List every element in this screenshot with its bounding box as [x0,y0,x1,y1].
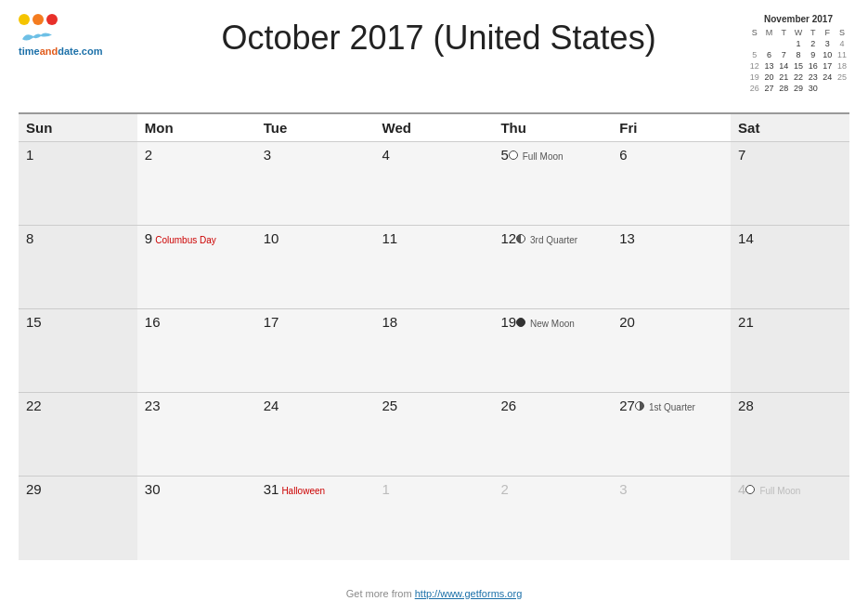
day-number: 13 [619,230,635,246]
moon-icon [516,234,525,243]
moon-icon [745,485,755,494]
moon-label: New Moon [530,319,575,329]
moon-label: Full Moon [759,486,800,496]
mini-cal-header: T [776,27,791,38]
calendar-cell: 2 [493,477,612,560]
calendar-cell: 9Columbus Day [137,226,256,309]
mini-cal-cell: 22 [791,72,806,83]
calendar-cell: 18 [375,309,494,393]
day-number: 2 [145,147,152,163]
mini-cal-cell: 5 [747,49,762,60]
calendar-cell: 14 [731,226,849,309]
mini-cal-header: W [791,27,806,38]
calendar-cell: 10 [256,226,375,309]
main-calendar: SunMonTueWedThuFriSat 12345Full Moon6789… [19,112,849,560]
mini-cal-cell: 19 [747,72,762,83]
mini-cal-title: November 2017 [747,14,849,24]
mini-cal-cell: 17 [821,60,836,72]
calendar-cell: 16 [137,309,256,393]
mini-cal-cell: 13 [762,60,777,72]
moon-icon [516,318,525,327]
logo-dots [19,14,58,25]
mini-cal-cell: 15 [791,60,806,72]
calendar-cell: 6 [612,142,731,226]
mini-cal-cell: 11 [835,49,849,60]
calendar-cell: 20 [612,309,731,393]
mini-cal-cell [747,38,762,49]
calendar-cell: 23 [137,393,256,477]
day-number: 7 [738,147,745,163]
calendar-cell: 22 [19,393,137,477]
calendar-cell: 7 [731,142,849,226]
day-number: 10 [264,230,279,246]
cal-col-header: Sat [731,113,849,142]
holiday-label: Halloween [281,486,325,496]
calendar-cell: 29 [19,477,137,560]
day-number: 23 [145,398,161,413]
day-number: 15 [26,314,42,330]
day-number: 25 [382,398,398,413]
mini-cal-cell [776,38,791,49]
logo-bird-icon [19,29,56,44]
day-number: 16 [145,314,161,330]
day-number: 4 [382,147,390,163]
holiday-label: Columbus Day [155,235,216,245]
mini-cal-grid: SMTWTFS 12345678910111213141516171819202… [747,27,849,94]
calendar-cell: 19New Moon [493,309,612,393]
mini-cal-cell: 28 [776,83,791,94]
cal-col-header: Wed [375,113,494,142]
day-number: 3 [619,481,627,497]
logo: timeanddate.com [19,14,130,57]
footer-text: Get more from [346,588,415,599]
day-number: 14 [738,230,754,246]
mini-cal-cell [835,83,849,94]
day-number: 12 [500,230,516,246]
day-number: 4 [738,481,745,497]
mini-cal-cell: 23 [806,72,821,83]
calendar-cell: 15 [19,309,137,393]
mini-cal-cell: 16 [806,60,821,72]
calendar-cell: 3 [612,477,731,560]
mini-cal-cell: 12 [747,60,762,72]
cal-col-header: Fri [612,113,731,142]
day-number: 8 [26,230,33,246]
day-number: 17 [264,314,279,330]
mini-cal-cell: 30 [806,83,821,94]
calendar-cell: 271st Quarter [612,393,731,477]
mini-cal-cell: 14 [776,60,791,72]
day-number: 3 [264,147,271,163]
calendar-cell: 28 [731,393,849,477]
day-number: 11 [382,230,398,246]
day-number: 5 [500,147,508,163]
footer-link[interactable]: http://www.getforms.org [415,588,523,599]
mini-cal-header: F [821,27,836,38]
calendar-cell: 13 [612,226,731,309]
day-number: 26 [500,398,516,413]
day-number: 2 [500,481,508,497]
day-number: 20 [619,314,635,330]
day-number: 28 [738,398,754,413]
mini-cal-cell: 18 [835,60,849,72]
mini-cal-header: M [762,27,777,38]
mini-cal-cell: 24 [821,72,836,83]
moon-label: 3rd Quarter [530,235,577,245]
mini-cal-cell: 20 [762,72,777,83]
calendar-cell: 3 [256,142,375,226]
mini-cal-cell: 21 [776,72,791,83]
calendar-cell: 8 [19,226,137,309]
header: timeanddate.com October 2017 (United Sta… [0,0,868,103]
logo-text: timeanddate.com [19,46,103,57]
mini-cal-header: T [806,27,821,38]
logo-dot-red [46,14,58,25]
mini-cal-cell [762,38,777,49]
day-number: 1 [382,481,390,497]
mini-cal-cell: 4 [835,38,849,49]
footer: Get more from http://www.getforms.org [0,569,868,615]
calendar-cell: 11 [375,226,494,309]
cal-col-header: Sun [19,113,137,142]
page-title: October 2017 (United States) [130,14,747,58]
day-number: 6 [619,147,627,163]
mini-cal-header: S [835,27,849,38]
day-number: 1 [26,147,33,163]
day-number: 24 [264,398,279,413]
